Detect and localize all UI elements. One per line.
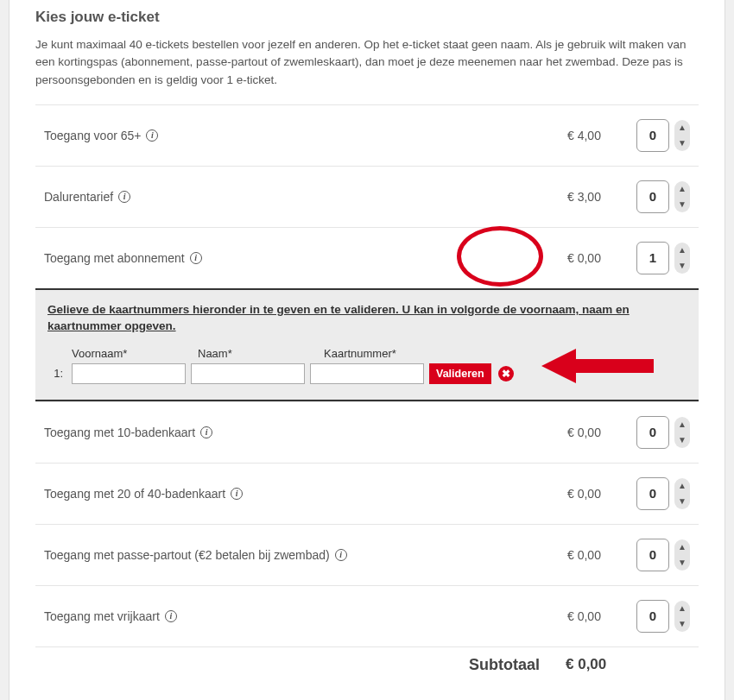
step-down-icon[interactable]: ▼ [674, 197, 690, 212]
row-number: 1: [47, 367, 66, 380]
quantity-input[interactable] [636, 416, 669, 449]
info-icon[interactable]: i [200, 426, 212, 438]
ticket-row: Toegang met passe-partout (€2 betalen bi… [35, 524, 699, 585]
quantity-stepper: ▲ ▼ [674, 478, 690, 509]
ticket-label: Toegang met 20 of 40-badenkaart i [44, 487, 567, 501]
ticket-label-text: Toegang met abonnement [44, 251, 185, 265]
ticket-price: € 0,00 [567, 487, 636, 501]
ticket-label-text: Toegang voor 65+ [44, 129, 141, 142]
info-icon[interactable]: i [165, 610, 177, 622]
ticket-row: Dalurentarief i € 3,00 ▲ ▼ [35, 166, 699, 227]
quantity-stepper: ▲ ▼ [674, 539, 690, 571]
ticket-price: € 0,00 [567, 251, 636, 265]
step-up-icon[interactable]: ▲ [674, 417, 690, 432]
close-icon[interactable]: ✖ [498, 366, 514, 382]
step-down-icon[interactable]: ▼ [674, 616, 690, 632]
subtotal-row: Subtotaal € 0,00 [35, 646, 699, 684]
ticket-price: € 0,00 [567, 609, 636, 623]
page-description: Je kunt maximaal 40 e-tickets bestellen … [35, 36, 699, 89]
ticket-price: € 0,00 [567, 426, 636, 439]
step-down-icon[interactable]: ▼ [674, 494, 690, 509]
step-up-icon[interactable]: ▲ [674, 181, 690, 197]
valideren-button[interactable]: Valideren [429, 363, 491, 384]
ticket-price: € 3,00 [567, 190, 636, 204]
info-icon[interactable]: i [190, 252, 202, 264]
ticket-price: € 0,00 [567, 548, 636, 562]
quantity-stepper: ▲ ▼ [674, 120, 690, 151]
quantity-input[interactable] [636, 242, 669, 274]
naam-input[interactable] [191, 363, 305, 384]
quantity-input[interactable] [636, 600, 669, 633]
ticket-label-text: Toegang met vrijkaart [44, 609, 160, 623]
subtotal-value: € 0,00 [566, 656, 690, 673]
info-icon[interactable]: i [146, 129, 158, 142]
ticket-label: Toegang met vrijkaart i [44, 609, 567, 623]
step-down-icon[interactable]: ▼ [674, 258, 690, 274]
step-up-icon[interactable]: ▲ [674, 120, 690, 136]
header-kaartnummer: Kaartnummer* [324, 347, 443, 360]
info-icon[interactable]: i [118, 191, 130, 203]
kaartnummer-input[interactable] [310, 363, 424, 384]
ticket-row: Toegang met 20 of 40-badenkaart i € 0,00… [35, 463, 699, 524]
ticket-label-text: Toegang met 20 of 40-badenkaart [44, 487, 225, 501]
step-down-icon[interactable]: ▼ [674, 555, 690, 571]
voornaam-input[interactable] [72, 363, 186, 384]
quantity-stepper: ▲ ▼ [674, 417, 690, 448]
subtotal-label: Subtotaal [44, 656, 566, 674]
quantity-input[interactable] [636, 477, 669, 510]
step-down-icon[interactable]: ▼ [674, 432, 690, 448]
card-validation-box: Gelieve de kaartnummers hieronder in te … [35, 288, 699, 401]
info-icon[interactable]: i [335, 549, 347, 561]
ticket-label-text: Dalurentarief [44, 190, 113, 204]
ticket-row: Toegang met 10-badenkaart i € 0,00 ▲ ▼ [35, 401, 699, 463]
ticket-label: Toegang met abonnement i [44, 251, 567, 265]
quantity-stepper: ▲ ▼ [674, 181, 690, 212]
quantity-stepper: ▲ ▼ [674, 601, 690, 632]
step-up-icon[interactable]: ▲ [674, 478, 690, 494]
ticket-label: Toegang voor 65+ i [44, 129, 567, 142]
ticket-label: Dalurentarief i [44, 190, 567, 204]
step-up-icon[interactable]: ▲ [674, 539, 690, 555]
step-up-icon[interactable]: ▲ [674, 243, 690, 258]
ticket-row: Toegang voor 65+ i € 4,00 ▲ ▼ [35, 104, 699, 166]
ticket-label-text: Toegang met passe-partout (€2 betalen bi… [44, 548, 330, 562]
page-title: Kies jouw e-ticket [35, 9, 699, 26]
quantity-stepper: ▲ ▼ [674, 243, 690, 274]
ticket-label: Toegang met 10-badenkaart i [44, 426, 567, 439]
validation-input-row: 1: Valideren ✖ [47, 363, 687, 384]
ticket-label: Toegang met passe-partout (€2 betalen bi… [44, 548, 567, 562]
ticket-row: Toegang met vrijkaart i € 0,00 ▲ ▼ [35, 585, 699, 646]
header-voornaam: Voornaam* [72, 347, 191, 360]
field-headers: Voornaam* Naam* Kaartnummer* [47, 347, 687, 360]
info-icon[interactable]: i [231, 488, 243, 500]
quantity-input[interactable] [636, 119, 669, 152]
ticket-row: Toegang met abonnement i € 0,00 ▲ ▼ [35, 227, 699, 288]
validation-message: Gelieve de kaartnummers hieronder in te … [47, 302, 687, 335]
step-up-icon[interactable]: ▲ [674, 601, 690, 616]
ticket-label-text: Toegang met 10-badenkaart [44, 426, 195, 439]
quantity-input[interactable] [636, 539, 669, 571]
ticket-price: € 4,00 [567, 129, 636, 142]
step-down-icon[interactable]: ▼ [674, 136, 690, 151]
header-naam: Naam* [198, 347, 317, 360]
quantity-input[interactable] [636, 180, 669, 213]
